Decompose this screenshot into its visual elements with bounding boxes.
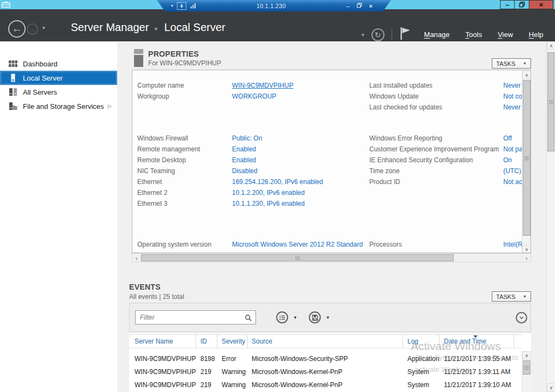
property-row: Windows UpdateNot cor [369,91,522,102]
property-value[interactable]: Never [503,103,521,111]
properties-horizontal-scrollbar[interactable]: ‹ › [132,253,531,262]
property-value[interactable]: Not par [503,145,522,153]
scroll-up-icon[interactable]: ∧ [522,71,531,79]
save-query-button[interactable] [309,311,321,323]
collapse-tile-button[interactable] [516,312,527,323]
properties-column-2: Last installed updatesNever Windows Upda… [369,70,522,253]
property-value[interactable]: Microsoft Windows Server 2012 R2 Standar… [232,241,363,248]
scroll-down-icon[interactable]: ∨ [522,245,531,253]
server-manager-header: ← → ▾ Server Manager ▸ Local Server ▾ ↻ … [0,9,555,41]
vm-restore-button[interactable] [514,0,529,9]
file-storage-services-icon [9,102,17,111]
property-label: Windows Error Reporting [369,134,503,142]
vm-tab-dropdown-icon[interactable]: ▾ [171,4,173,8]
property-value[interactable]: On [503,156,512,164]
sidebar-item-local-server[interactable]: Local Server [0,71,117,85]
vm-tab-restore-icon[interactable] [357,3,362,9]
cell-datetime: 11/21/2017 1:39:11 AM [440,365,514,378]
vm-toolbox-icon [2,1,10,10]
filter-field[interactable] [135,310,256,324]
breadcrumb-root[interactable]: Server Manager [71,21,149,34]
breadcrumb-current[interactable]: Local Server [164,21,225,34]
column-header-log[interactable]: Log [403,335,440,348]
vm-console-tab[interactable]: ▾ 10.1.1.230 – × [157,0,391,11]
event-row[interactable]: WIN-9C9MDVPIHUP 219 Warning Microsoft-Wi… [129,378,522,391]
forward-button[interactable]: → [27,23,38,35]
notifications-flag-icon[interactable] [399,26,411,43]
saved-queries-button[interactable] [276,311,288,323]
scroll-up-icon[interactable]: ∧ [522,351,531,359]
properties-tasks-button[interactable]: TASKS ▼ [492,58,531,69]
property-row: Windows Error ReportingOff [369,133,522,144]
property-value[interactable]: 10.1.1.230, IPv6 enabled [232,200,304,207]
menu-view[interactable]: View [498,30,513,39]
menu-tools[interactable]: Tools [466,30,482,39]
scrollbar-thumb[interactable] [523,80,530,236]
event-row[interactable]: WIN-9C9MDVPIHUP 8198 Error Microsoft-Win… [129,352,522,365]
filter-input[interactable] [136,311,255,324]
refresh-button[interactable]: ↻ [371,28,385,41]
property-value[interactable]: Public: On [232,134,262,142]
column-header-date-time[interactable]: Date and Time [440,335,514,348]
property-value[interactable]: Off [503,134,512,142]
expand-arrow-icon[interactable]: ▷ [108,103,112,109]
property-value[interactable]: (UTC) C [503,167,522,175]
back-arrow-icon: ← [12,23,22,35]
property-label: Windows Update [369,93,503,100]
scrollbar-thumb[interactable] [547,52,554,151]
breadcrumb: Server Manager ▸ Local Server [71,21,225,34]
property-row: Ethernet169.254.126.200, IPv6 enabled [137,176,367,187]
caret-down-icon[interactable]: ▼ [326,315,330,320]
nav-history-dropdown-icon[interactable]: ▾ [42,25,45,30]
pin-icon[interactable] [177,2,186,10]
property-value[interactable]: WORKGROUP [232,93,276,100]
cell-server-name: WIN-9C9MDVPIHUP [129,352,196,365]
menu-help[interactable]: Help [529,30,544,39]
property-value[interactable]: Not cor [503,93,522,100]
header-dropdown-icon[interactable]: ▾ [362,32,364,38]
scrollbar-thumb[interactable] [523,360,530,375]
column-header-id[interactable]: ID [196,335,217,348]
breadcrumb-separator-icon: ▸ [155,24,158,32]
scrollbar-thumb[interactable] [141,254,454,261]
scroll-left-icon[interactable]: ‹ [132,254,141,262]
column-header-severity[interactable]: Severity [217,335,248,348]
property-value[interactable]: 169.254.126.200, IPv6 enabled [232,178,323,186]
page-vertical-scrollbar[interactable]: ∧ ∨ [546,41,555,392]
column-header-source[interactable]: Source [248,335,403,348]
property-value[interactable]: Enabled [232,156,256,164]
property-value-link[interactable]: WIN-9C9MDVPIHUP [232,82,294,89]
minimize-icon: – [505,1,509,9]
sidebar-item-file-storage-services[interactable]: File and Storage Services ▷ [0,99,117,113]
caret-down-icon[interactable]: ▼ [293,315,297,320]
property-label: IE Enhanced Security Configuration [369,156,503,164]
vm-tab-close-icon[interactable]: × [369,3,373,9]
menu-manage[interactable]: Manage [424,30,450,39]
close-icon: × [539,1,544,9]
sidebar-item-label: Local Server [23,74,63,82]
events-tasks-button[interactable]: TASKS ▼ [492,291,531,302]
vm-close-button[interactable]: × [529,0,553,9]
property-row: Windows FirewallPublic: On [137,133,367,144]
vm-tab-minimize-icon[interactable]: – [346,3,349,9]
property-value[interactable]: Not act [503,178,522,186]
sidebar-item-dashboard[interactable]: Dashboard [0,57,117,71]
vm-minimize-button[interactable]: – [500,0,515,9]
event-row[interactable]: WIN-9C9MDVPIHUP 219 Warning Microsoft-Wi… [129,365,522,378]
sidebar-item-all-servers[interactable]: All Servers [0,85,117,99]
scroll-up-icon[interactable]: ∧ [547,41,555,50]
column-header-server-name[interactable]: Server Name [129,335,196,348]
property-row: Ethernet 210.1.2.200, IPv6 enabled [137,187,367,198]
property-value[interactable]: Disabled [232,167,258,175]
property-value[interactable]: Never [503,82,521,89]
property-value[interactable]: Intel(R) [503,241,522,248]
property-label: Operating system version [137,241,232,248]
properties-vertical-scrollbar[interactable]: ∧ ∨ [522,71,531,253]
events-vertical-scrollbar[interactable]: ∧ [522,351,531,392]
property-label: Ethernet 3 [137,200,232,207]
scroll-right-icon[interactable]: › [522,254,530,262]
property-value[interactable]: Enabled [232,145,256,153]
scroll-down-icon[interactable]: ∨ [547,383,555,391]
back-button[interactable]: ← [8,20,26,38]
property-value[interactable]: 10.1.2.200, IPv6 enabled [232,189,304,197]
